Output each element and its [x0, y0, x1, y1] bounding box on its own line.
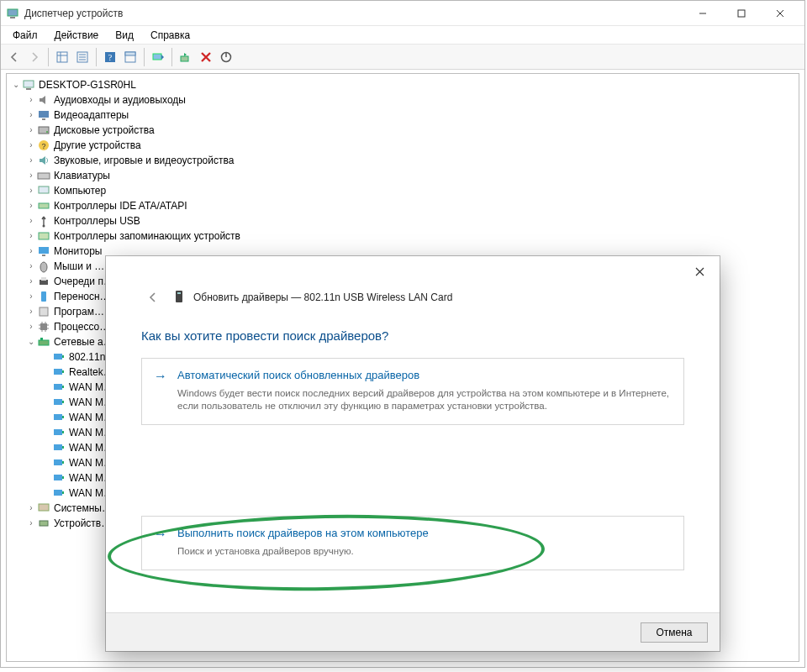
minimize-button[interactable]	[683, 1, 722, 25]
svg-rect-46	[62, 431, 64, 433]
chevron-icon[interactable]: ›	[25, 304, 37, 319]
svg-point-17	[46, 131, 48, 133]
dialog-close-button[interactable]	[686, 260, 713, 283]
option-manual-search[interactable]: → Выполнить поиск драйверов на этом комп…	[141, 516, 684, 570]
tree-item-2[interactable]: › Дисковые устройства	[8, 123, 797, 138]
menu-help[interactable]: Справка	[144, 28, 197, 43]
svg-rect-0	[8, 9, 18, 16]
svg-rect-2	[738, 10, 745, 17]
chevron-icon[interactable]: ⌄	[25, 334, 37, 349]
netadapter-icon	[52, 426, 66, 439]
maximize-button[interactable]	[722, 1, 761, 25]
chevron-icon[interactable]: ›	[25, 228, 37, 244]
tool-disable-button[interactable]	[216, 47, 236, 67]
tool-scan-button[interactable]	[148, 47, 168, 67]
portable-icon	[37, 290, 50, 303]
chevron-icon[interactable]: ›	[25, 92, 37, 108]
tree-root[interactable]: ⌄ DESKTOP-G1SR0HL	[8, 77, 797, 92]
tree-item-3[interactable]: › ? Другие устройства	[8, 138, 797, 153]
unknown-icon: ?	[37, 139, 50, 152]
chevron-icon[interactable]: ›	[25, 153, 37, 168]
tool-update-driver-button[interactable]	[176, 47, 196, 67]
tool-details-button[interactable]	[52, 47, 72, 67]
chevron-icon[interactable]: ›	[25, 289, 37, 304]
chevron-icon[interactable]: ›	[25, 259, 37, 274]
dialog-footer: Отмена	[106, 612, 720, 651]
svg-rect-8	[125, 52, 135, 55]
menu-action[interactable]: Действие	[48, 28, 106, 43]
menu-view[interactable]: Вид	[108, 28, 140, 43]
tree-item-4[interactable]: › Звуковые, игровые и видеоустройства	[8, 153, 797, 168]
dialog-back-button[interactable]	[141, 291, 165, 303]
system-icon	[37, 501, 50, 515]
chevron-icon[interactable]: ›	[25, 123, 37, 138]
tool-props-button[interactable]	[120, 47, 140, 67]
tool-help-button[interactable]: ?	[100, 47, 120, 67]
option-auto-desc: Windows будет вести поиск последних верс…	[177, 387, 672, 412]
option-manual-desc: Поиск и установка драйверов вручную.	[177, 545, 672, 558]
netadapter-icon	[52, 350, 66, 364]
arrow-right-icon: →	[154, 527, 169, 542]
option-auto-search[interactable]: → Автоматический поиск обновленных драйв…	[141, 358, 684, 425]
svg-rect-41	[54, 399, 62, 405]
chevron-icon[interactable]: ›	[25, 108, 37, 123]
svg-rect-55	[39, 504, 49, 511]
app-icon	[6, 7, 19, 20]
netadapter-icon	[52, 456, 66, 470]
node-label: Аудиовходы и аудиовыходы	[54, 92, 186, 108]
arrow-right-icon: →	[154, 369, 169, 384]
chevron-icon[interactable]: ›	[25, 198, 37, 213]
node-label: Видеоадаптеры	[54, 108, 129, 123]
chevron-icon[interactable]: ›	[25, 319, 37, 334]
tool-uninstall-button[interactable]	[196, 47, 216, 67]
device-icon	[173, 290, 185, 305]
nav-back-button[interactable]	[4, 47, 24, 67]
svg-rect-45	[54, 429, 62, 435]
close-button[interactable]	[761, 1, 799, 25]
chevron-icon[interactable]: ›	[25, 501, 37, 516]
svg-rect-3	[57, 52, 67, 62]
chevron-icon[interactable]: ›	[25, 213, 37, 228]
svg-rect-44	[62, 416, 64, 418]
tree-item-5[interactable]: › Клавиатуры	[8, 168, 797, 183]
node-label: Клавиатуры	[54, 168, 110, 183]
node-label: Очереди п…	[54, 274, 113, 289]
svg-rect-56	[40, 521, 48, 526]
tree-item-0[interactable]: › Аудиовходы и аудиовыходы	[8, 92, 797, 108]
chevron-icon[interactable]: ›	[25, 274, 37, 289]
svg-rect-22	[39, 203, 49, 208]
svg-rect-24	[39, 233, 49, 239]
node-label: Переносн…	[54, 289, 110, 304]
chevron-icon[interactable]: ›	[25, 516, 37, 531]
cancel-button[interactable]: Отмена	[641, 622, 708, 643]
mouse-icon	[37, 260, 50, 273]
svg-rect-48	[62, 446, 64, 449]
chevron-icon[interactable]: ›	[25, 183, 37, 198]
dialog-header: Обновить драйверы — 802.11n USB Wireless…	[106, 286, 720, 308]
menu-file[interactable]: Файл	[6, 28, 45, 43]
chevron-icon[interactable]: ›	[25, 244, 37, 259]
node-label: Процессо…	[54, 319, 109, 334]
svg-rect-20	[38, 173, 50, 179]
svg-rect-43	[54, 414, 62, 420]
chevron-icon[interactable]: ›	[25, 168, 37, 183]
tree-item-8[interactable]: › Контроллеры USB	[8, 213, 797, 228]
chevron-icon[interactable]: ⌄	[10, 77, 22, 92]
svg-rect-25	[39, 247, 49, 254]
hid-icon	[37, 517, 50, 530]
svg-rect-12	[24, 81, 34, 87]
svg-text:?: ?	[41, 142, 45, 150]
disk-icon	[37, 123, 50, 137]
option-manual-title: Выполнить поиск драйверов на этом компью…	[177, 527, 429, 539]
tree-item-1[interactable]: › Видеоадаптеры	[8, 108, 797, 123]
keyboard-icon	[37, 169, 50, 182]
node-label: Звуковые, игровые и видеоустройства	[54, 153, 234, 168]
svg-rect-9	[153, 54, 161, 60]
tool-list-button[interactable]	[72, 47, 92, 67]
tree-item-6[interactable]: › Компьютер	[8, 183, 797, 198]
chevron-icon[interactable]: ›	[25, 138, 37, 153]
tree-item-9[interactable]: › Контроллеры запоминающих устройств	[8, 228, 797, 244]
svg-rect-50	[62, 461, 64, 464]
tree-item-7[interactable]: › Контроллеры IDE ATA/ATAPI	[8, 198, 797, 213]
nav-forward-button[interactable]	[24, 47, 45, 67]
